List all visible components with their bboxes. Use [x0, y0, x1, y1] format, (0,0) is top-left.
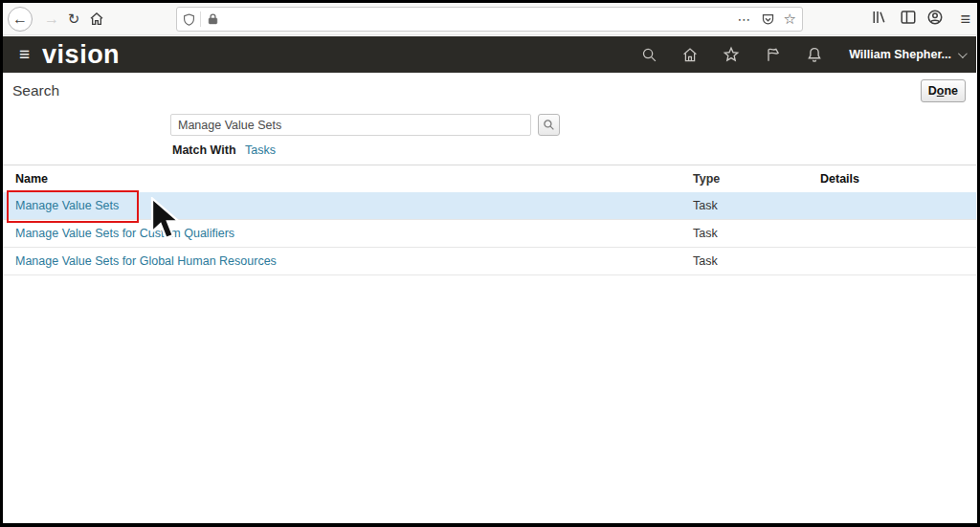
task-link-manage-value-sets-custom-qualifiers[interactable]: Manage Value Sets for Custom Qualifiers [15, 227, 234, 240]
page-title: Search [12, 82, 59, 99]
search-icon [543, 119, 555, 131]
page-actions-icon[interactable]: ⋯ [738, 11, 752, 27]
table-row[interactable]: Manage Value Sets for Global Human Resou… [3, 248, 976, 275]
search-form [170, 114, 560, 136]
user-menu[interactable]: William Shepher... [849, 48, 965, 61]
search-button[interactable] [538, 114, 560, 136]
app-header-icons [641, 46, 823, 63]
account-icon[interactable] [926, 9, 944, 30]
row-type: Task [693, 199, 820, 212]
notifications-bell-icon[interactable] [806, 46, 823, 63]
screenshot-frame: ← → ↻ ⋯ [3, 3, 976, 523]
url-bar-divider [200, 11, 201, 27]
match-with-label: Match With [172, 143, 236, 157]
browser-home-button[interactable] [84, 7, 109, 32]
task-link-manage-value-sets[interactable]: Manage Value Sets [15, 199, 119, 212]
column-header-details: Details [820, 172, 976, 186]
match-with-tasks-link[interactable]: Tasks [245, 143, 276, 157]
browser-menu-icon[interactable]: ≡ [960, 9, 970, 30]
column-header-type: Type [693, 172, 820, 186]
search-input[interactable] [170, 114, 531, 136]
column-header-name: Name [3, 172, 693, 186]
lock-icon[interactable] [207, 12, 219, 26]
search-icon[interactable] [641, 47, 657, 63]
table-header-row: Name Type Details [3, 165, 976, 192]
row-type: Task [693, 254, 820, 268]
done-button[interactable]: Done [921, 79, 966, 102]
url-bar[interactable]: ⋯ ☆ [176, 7, 803, 32]
app-header: ≡ vision William Shepher... [3, 36, 976, 73]
address-input[interactable] [219, 8, 485, 31]
table-row[interactable]: Manage Value Sets Task [3, 192, 976, 220]
pocket-icon[interactable] [761, 12, 775, 27]
chevron-down-icon [958, 49, 968, 58]
search-results-table: Name Type Details Manage Value Sets Task… [3, 165, 976, 275]
tracking-shield-icon[interactable] [183, 12, 195, 27]
flag-icon[interactable] [764, 46, 782, 63]
browser-reload-button[interactable]: ↻ [61, 7, 86, 32]
browser-back-button[interactable]: ← [8, 7, 33, 32]
app-navigator-menu-icon[interactable]: ≡ [19, 44, 30, 65]
library-icon[interactable] [870, 9, 888, 30]
browser-toolbar: ← → ↻ ⋯ [3, 3, 976, 35]
brand-logo[interactable]: vision [42, 42, 120, 68]
bookmark-star-icon[interactable]: ☆ [784, 11, 796, 28]
row-type: Task [693, 227, 820, 240]
table-row[interactable]: Manage Value Sets for Custom Qualifiers … [3, 220, 976, 248]
home-icon [89, 11, 104, 27]
user-name: William Shepher... [849, 48, 951, 61]
sidebar-toggle-icon[interactable] [900, 9, 917, 30]
match-with-row: Match With Tasks [172, 143, 276, 157]
task-link-manage-value-sets-global-hr[interactable]: Manage Value Sets for Global Human Resou… [15, 254, 277, 268]
home-icon[interactable] [681, 47, 699, 63]
favorites-star-icon[interactable] [723, 46, 740, 63]
